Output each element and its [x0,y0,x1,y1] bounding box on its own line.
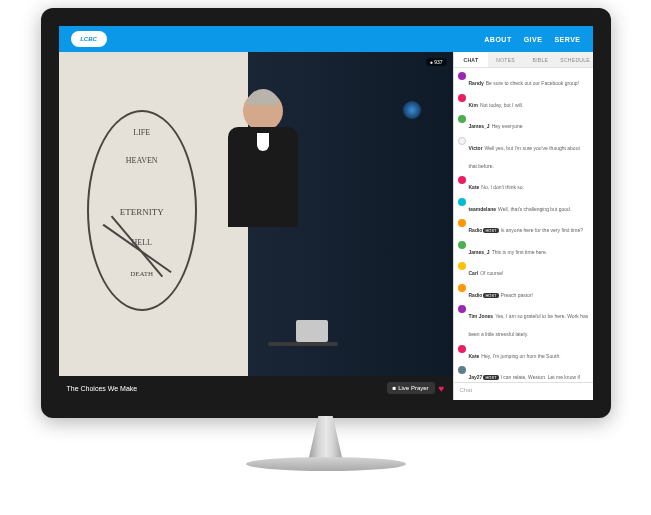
message-text: No, I don't think so. [481,184,524,190]
nav-about[interactable]: ABOUT [484,36,511,43]
sidebar-tabs: CHAT NOTES BIBLE SCHEDULE [454,52,593,68]
screen: LCBC ABOUT GIVE SERVE LIFE HEAVEN ETERNI… [59,26,593,400]
wb-life: LIFE [89,128,195,137]
avatar [458,137,466,145]
avatar [458,284,466,292]
live-prayer-button[interactable]: ■ Live Prayer [387,382,435,394]
video-controls: The Choices We Make ■ Live Prayer ♥ [59,376,453,400]
nav-serve[interactable]: SERVE [554,36,580,43]
wb-heaven: HEAVEN [89,156,195,165]
message-author: Randy [469,80,484,86]
stage-light [403,101,421,119]
message-author: Kate [469,353,480,359]
avatar [458,176,466,184]
avatar [458,305,466,313]
message-text: This is my first time here. [492,249,548,255]
viewer-count: ● 937 [426,58,447,66]
message-author: James_J [469,249,490,255]
chat-message: RadioHOSTPreach pastor! [458,283,589,301]
chat-message: VictorWell yes, but I'm sure you've thou… [458,136,589,172]
video-title: The Choices We Make [67,385,138,392]
avatar [458,241,466,249]
message-author: Kim [469,102,478,108]
chat-message: KateNo, I don't think so. [458,175,589,193]
chat-message: Jay27HOSTI can relate, Weston. Let me kn… [458,365,589,382]
nav-give[interactable]: GIVE [524,36,543,43]
message-text: Not today, but I will. [480,102,523,108]
monitor-frame: LCBC ABOUT GIVE SERVE LIFE HEAVEN ETERNI… [41,8,611,418]
host-badge: HOST [483,293,498,298]
chat-message: RandyBe sure to check out our Facebook g… [458,71,589,89]
avatar [458,198,466,206]
speaker-body [228,127,298,227]
wb-hell: HELL [89,238,195,247]
message-text: Well yes, but I'm sure you've thought ab… [469,145,580,169]
app-header: LCBC ABOUT GIVE SERVE [59,26,593,52]
message-author: Radio [469,292,483,298]
message-text: Of course! [480,270,503,276]
avatar [458,72,466,80]
video-player[interactable]: LIFE HEAVEN ETERNITY HELL DEATH ● 937 [59,52,453,376]
whiteboard-circle: LIFE HEAVEN ETERNITY HELL DEATH [87,110,197,311]
chat-messages[interactable]: RandyBe sure to check out our Facebook g… [454,68,593,382]
avatar [458,366,466,374]
speaker-head [243,91,283,131]
message-text: Preach pastor! [501,292,534,298]
top-nav: ABOUT GIVE SERVE [484,36,580,43]
chat-message: RadioHOSTIs anyone here for the very fir… [458,218,589,236]
avatar [458,262,466,270]
message-text: Hey everyone [492,123,523,129]
tab-notes[interactable]: NOTES [488,52,523,67]
message-author: Carl [469,270,479,276]
message-author: Radio [469,227,483,233]
tab-chat[interactable]: CHAT [454,52,489,67]
message-author: Jay27 [469,374,483,380]
chat-message: James_JHey everyone [458,114,589,132]
chat-message: James_JThis is my first time here. [458,240,589,258]
laptop [296,320,328,342]
avatar [458,94,466,102]
chat-sidebar: CHAT NOTES BIBLE SCHEDULE RandyBe sure t… [453,52,593,400]
message-text: Hey, I'm jumping on from the South. [481,353,560,359]
avatar [458,219,466,227]
message-author: teamdelane [469,206,497,212]
chat-message: KimNot today, but I will. [458,93,589,111]
chat-input[interactable]: Chat [454,382,593,400]
video-section: LIFE HEAVEN ETERNITY HELL DEATH ● 937 Th… [59,52,453,400]
main-content: LIFE HEAVEN ETERNITY HELL DEATH ● 937 Th… [59,52,593,400]
message-author: Victor [469,145,483,151]
chat-message: Tim JonesYes, I am so grateful to be her… [458,304,589,340]
podium [248,326,338,376]
message-text: Well, that's challenging but good. [498,206,571,212]
message-author: James_J [469,123,490,129]
chat-message: KateHey, I'm jumping on from the South. [458,344,589,362]
host-badge: HOST [483,375,498,380]
chat-message: CarlOf course! [458,261,589,279]
wb-eternity: ETERNITY [89,207,195,217]
tab-schedule[interactable]: SCHEDULE [558,52,593,67]
message-author: Kate [469,184,480,190]
monitor-stand [286,416,366,471]
chat-message: teamdelaneWell, that's challenging but g… [458,197,589,215]
wb-death: DEATH [89,270,195,278]
lcbc-logo[interactable]: LCBC [71,31,107,47]
avatar [458,345,466,353]
message-text: Is anyone here for the very first time? [501,227,584,233]
host-badge: HOST [483,228,498,233]
message-text: Be sure to check out our Facebook group! [486,80,579,86]
message-author: Tim Jones [469,313,494,319]
tab-bible[interactable]: BIBLE [523,52,558,67]
avatar [458,115,466,123]
heart-icon[interactable]: ♥ [439,383,445,394]
